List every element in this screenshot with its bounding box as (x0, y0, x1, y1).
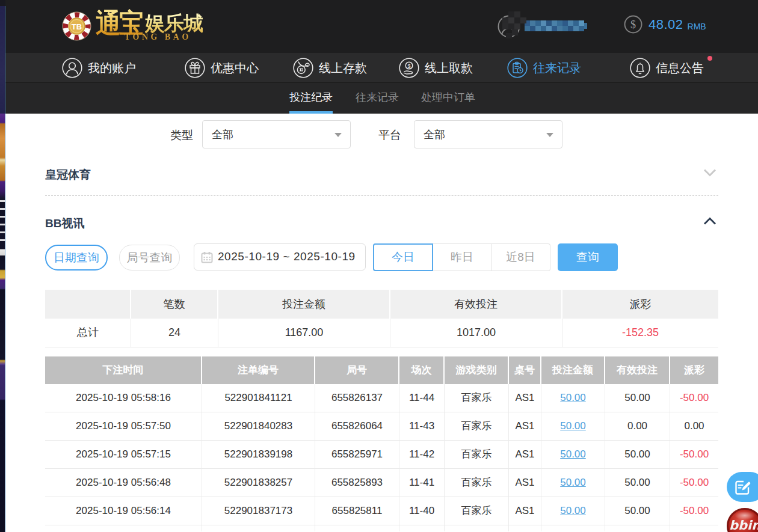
records-table-header: 下注时间注单编号局号场次游戏类别桌号投注金额有效投注派彩 (45, 356, 718, 384)
records-col-header: 场次 (399, 356, 445, 384)
records-cell: 11-40 (399, 497, 445, 525)
records-cell: 655825893 (315, 469, 399, 497)
summary-header-count: 笔数 (131, 290, 218, 319)
records-cell: 百家乐 (445, 497, 509, 525)
bell-icon (630, 58, 650, 78)
records-col-header: 游戏类别 (445, 356, 509, 384)
records-cell: 2025-10-19 05:56:14 (45, 497, 202, 525)
edit-note-icon (735, 478, 751, 495)
poker-chip-logo-icon: TB (62, 11, 91, 41)
nav-item-promotions[interactable]: 优惠中心 (185, 53, 259, 83)
records-cell: 522901840283 (202, 412, 315, 441)
records-cell: -50.00 (670, 469, 718, 497)
records-cell: 百家乐 (445, 384, 509, 412)
records-row: 2025-10-19 05:56:14522901837173655825811… (45, 497, 718, 525)
records-cell (670, 525, 718, 531)
records-cell: 655825811 (315, 497, 399, 525)
bet-amount-link[interactable]: 50.00 (560, 420, 586, 432)
withdraw-icon: $ (399, 58, 419, 78)
today-button[interactable]: 今日 (373, 243, 433, 271)
feedback-float-button[interactable] (727, 472, 758, 502)
summary-valid-bet: 1017.00 (390, 319, 562, 347)
platform-filter-select[interactable]: 全部 (414, 120, 562, 148)
yesterday-button[interactable]: 昨日 (433, 243, 491, 271)
records-col-header: 投注金额 (541, 356, 605, 384)
records-cell: 2025-10-19 05:58:16 (45, 384, 202, 412)
balance[interactable]: $ 48.02 RMB (624, 15, 706, 34)
dashed-divider (45, 195, 718, 196)
records-table: 下注时间注单编号局号场次游戏类别桌号投注金额有效投注派彩 2025-10-19 … (45, 356, 718, 531)
records-cell: 50.00 (605, 497, 670, 525)
records-cell: 50.00 (541, 412, 605, 441)
balance-amount: 48.02 (649, 17, 683, 32)
deposit-icon (293, 58, 313, 78)
records-cell: 522901837173 (202, 497, 315, 525)
platform-filter-label: 平台 (378, 127, 401, 143)
date-range-input[interactable]: 2025-10-19 ~ 2025-10-19 (194, 243, 366, 271)
type-filter-label: 类型 (170, 127, 193, 143)
records-col-header: 有效投注 (605, 356, 670, 384)
nav-item-announcements[interactable]: 信息公告 (630, 53, 704, 83)
tab-transaction-records[interactable]: 往来记录 (356, 83, 399, 114)
records-cell: 50.00 (541, 441, 605, 469)
bbin-logo: bbin (727, 518, 758, 532)
records-cell: AS1 (509, 441, 541, 469)
records-cell: AS1 (509, 469, 541, 497)
nav-item-transaction-records[interactable]: 往来记录 (507, 53, 581, 83)
bet-amount-link[interactable]: 50.00 (560, 448, 586, 460)
records-cell: 0.00 (670, 412, 718, 441)
nav-item-my-account[interactable]: 我的账户 (62, 53, 136, 83)
summary-bet-amount: 1167.00 (218, 319, 390, 347)
user-info[interactable] (498, 14, 587, 38)
records-cell: 522901838257 (202, 469, 315, 497)
last-8-days-button[interactable]: 近8日 (491, 243, 550, 271)
tab-bar: 投注纪录 往来记录 处理中订单 (5, 83, 758, 114)
avatar (498, 15, 520, 38)
records-cell: -50.00 (670, 384, 718, 412)
bet-amount-link[interactable]: 50.00 (560, 392, 586, 403)
caret-down-icon (334, 133, 342, 137)
section-crown-sports[interactable]: 皇冠体育 (45, 167, 718, 183)
bet-amount-link[interactable]: 50.00 (560, 477, 586, 488)
records-col-header: 派彩 (670, 356, 718, 384)
records-cell (605, 525, 670, 531)
records-col-header: 下注时间 (45, 356, 202, 384)
dollar-coin-icon: $ (624, 15, 642, 34)
bet-amount-link[interactable]: 50.00 (560, 505, 586, 516)
records-cell: 522901839198 (202, 441, 315, 469)
logo-text: 通宝 娱乐城 TONG BAO (96, 11, 234, 41)
notification-dot (707, 56, 712, 61)
caret-down-icon (546, 133, 553, 137)
records-cell: 百家乐 (445, 469, 509, 497)
tab-pending-orders[interactable]: 处理中订单 (421, 83, 475, 114)
site-logo[interactable]: TB 通宝 娱乐城 TONG BAO (62, 11, 234, 41)
date-query-button[interactable]: 日期查询 (45, 245, 108, 271)
chevron-up-icon[interactable] (703, 217, 716, 225)
type-filter-value: 全部 (212, 127, 233, 142)
search-button[interactable]: 查询 (558, 243, 618, 271)
chevron-down-icon[interactable] (703, 168, 716, 177)
records-cell: 655826137 (315, 384, 399, 412)
records-cell: 2025-10-19 05:57:15 (45, 441, 202, 469)
summary-payout: -152.35 (562, 319, 718, 347)
svg-text:TB: TB (72, 22, 82, 31)
summary-header-valid-bet: 有效投注 (390, 290, 562, 319)
logo-en: TONG BAO (125, 32, 191, 42)
query-toolbar: 日期查询 局号查询 2025-10-19 ~ 2025-10-19 今日 昨日 … (45, 243, 718, 271)
records-cell: 11-41 (399, 469, 445, 497)
nav-item-withdraw[interactable]: $ 线上取款 (399, 53, 473, 83)
section-bb-live[interactable]: BB视讯 (45, 216, 718, 231)
records-cell: -50.00 (670, 441, 718, 469)
round-query-button[interactable]: 局号查询 (119, 245, 180, 271)
nav-item-deposit[interactable]: 线上存款 (293, 53, 367, 83)
records-cell: 11-42 (399, 441, 445, 469)
records-table-body: 2025-10-19 05:58:16522901841121655826137… (45, 384, 718, 531)
records-cell: 11-44 (399, 384, 445, 412)
tab-bet-records[interactable]: 投注纪录 (289, 83, 333, 114)
content: 类型 全部 平台 全部 皇冠体育 BB视讯 日期查询 局号查询 (5, 114, 758, 531)
type-filter-select[interactable]: 全部 (202, 120, 351, 148)
records-col-header: 注单编号 (202, 356, 315, 384)
svg-text:$: $ (630, 19, 636, 31)
balance-currency: RMB (688, 18, 706, 31)
records-cell: AS1 (509, 497, 541, 525)
